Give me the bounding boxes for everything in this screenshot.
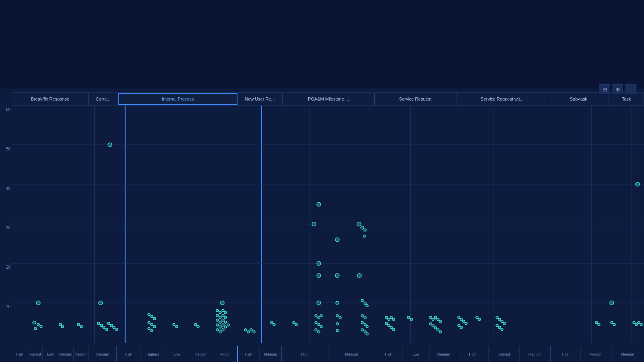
x-label: Low	[402, 346, 430, 362]
col-header-new-user[interactable]: New User Re...	[237, 93, 283, 105]
x-label: Medium	[520, 346, 550, 362]
svg-point-76	[312, 222, 316, 226]
svg-point-67	[244, 329, 247, 331]
col-header-poam[interactable]: POA&M Milestone ...	[283, 93, 375, 105]
svg-point-91	[315, 315, 317, 317]
x-label: Medium	[611, 346, 644, 362]
svg-point-19	[34, 327, 37, 330]
svg-point-72	[273, 323, 275, 326]
x-label: Medium	[581, 346, 611, 362]
svg-point-113	[390, 316, 392, 319]
x-label: High	[117, 346, 141, 362]
x-label: Medium	[328, 346, 375, 362]
x-label: High	[12, 346, 27, 362]
expand-button[interactable]: ⊞	[612, 84, 623, 94]
x-label: Medium	[74, 346, 89, 362]
svg-point-132	[460, 318, 462, 321]
svg-point-109	[364, 331, 366, 333]
svg-point-107	[336, 329, 339, 332]
svg-point-39	[153, 325, 156, 328]
svg-point-38	[151, 323, 153, 326]
x-label: Medium	[430, 346, 457, 362]
x-axis: High Highest Low Medium Medium Medium Hi…	[12, 346, 644, 362]
x-label: Medium	[260, 346, 281, 362]
svg-point-32	[113, 326, 115, 329]
y-axis: 60 50 40 30 20 10	[0, 105, 12, 346]
svg-point-66	[222, 329, 224, 331]
svg-point-70	[253, 331, 255, 333]
col-header-internal-process[interactable]: Internal Process	[118, 93, 237, 105]
svg-point-46	[220, 301, 224, 305]
svg-point-128	[434, 327, 437, 329]
svg-point-97	[364, 317, 366, 319]
svg-point-81	[335, 238, 339, 242]
svg-point-37	[148, 321, 150, 324]
svg-point-154	[638, 321, 640, 324]
svg-point-106	[318, 331, 320, 333]
chart-svg	[12, 105, 644, 343]
svg-point-94	[336, 315, 339, 317]
svg-point-83	[317, 274, 321, 278]
svg-point-84	[335, 274, 339, 278]
svg-point-146	[610, 301, 614, 305]
svg-point-88	[361, 299, 363, 302]
svg-point-87	[336, 301, 339, 304]
col-header-task[interactable]: Task	[609, 93, 644, 105]
y-tick-10: 10	[0, 304, 10, 309]
svg-point-27	[103, 326, 105, 329]
svg-point-53	[222, 314, 224, 317]
svg-point-80	[363, 235, 365, 237]
col-header-service-request[interactable]: Service Request	[375, 93, 456, 105]
svg-point-98	[315, 321, 317, 324]
svg-point-60	[219, 326, 221, 328]
x-labels-service-wit: High Highest Medium	[457, 346, 551, 362]
svg-point-52	[219, 316, 221, 319]
svg-point-78	[361, 226, 364, 229]
col-header-break-fix[interactable]: Break/fix Response	[12, 93, 89, 105]
svg-point-61	[222, 324, 224, 326]
col-header-sub-task[interactable]: Sub-task	[548, 93, 609, 105]
more-button[interactable]: …	[625, 84, 636, 94]
svg-point-108	[361, 329, 363, 331]
svg-point-49	[222, 309, 224, 312]
filter-button[interactable]: ⊟	[599, 84, 610, 94]
svg-point-45	[197, 325, 199, 328]
x-labels-subtask: High Medium	[551, 346, 611, 362]
svg-point-47	[216, 309, 219, 312]
svg-point-131	[458, 316, 460, 319]
svg-point-100	[320, 325, 322, 328]
svg-point-51	[216, 314, 219, 317]
col-header-service-request-wit[interactable]: Service Request wit...	[456, 93, 549, 105]
svg-point-77	[357, 222, 361, 226]
svg-point-85	[357, 274, 361, 278]
svg-point-101	[336, 323, 339, 325]
svg-point-140	[498, 318, 501, 321]
y-tick-60: 60	[0, 107, 10, 112]
col-header-corre[interactable]: Corre...	[89, 93, 118, 105]
svg-point-137	[476, 316, 478, 319]
x-labels-poam: High Medium	[282, 346, 375, 362]
svg-point-21	[61, 325, 64, 328]
svg-point-26	[100, 324, 103, 327]
svg-point-126	[429, 323, 432, 325]
svg-point-139	[496, 316, 498, 319]
svg-point-41	[151, 329, 153, 332]
svg-point-117	[390, 326, 392, 329]
svg-point-18	[40, 325, 42, 328]
svg-point-63	[227, 324, 229, 326]
svg-point-28	[105, 328, 108, 331]
x-labels-corre: Medium	[89, 346, 117, 362]
svg-point-111	[385, 316, 388, 319]
svg-point-124	[437, 318, 439, 321]
svg-point-96	[361, 315, 363, 317]
x-labels-new-user: High Medium	[238, 346, 282, 362]
svg-point-134	[465, 322, 467, 325]
svg-point-82	[317, 261, 321, 265]
svg-point-30	[107, 322, 110, 325]
x-labels-internal: High Highest Low Medium Minor	[117, 346, 238, 362]
svg-point-119	[407, 316, 410, 319]
x-label: Low	[165, 346, 189, 362]
x-label: High	[457, 346, 488, 362]
svg-point-79	[364, 229, 366, 231]
svg-point-116	[388, 324, 390, 327]
